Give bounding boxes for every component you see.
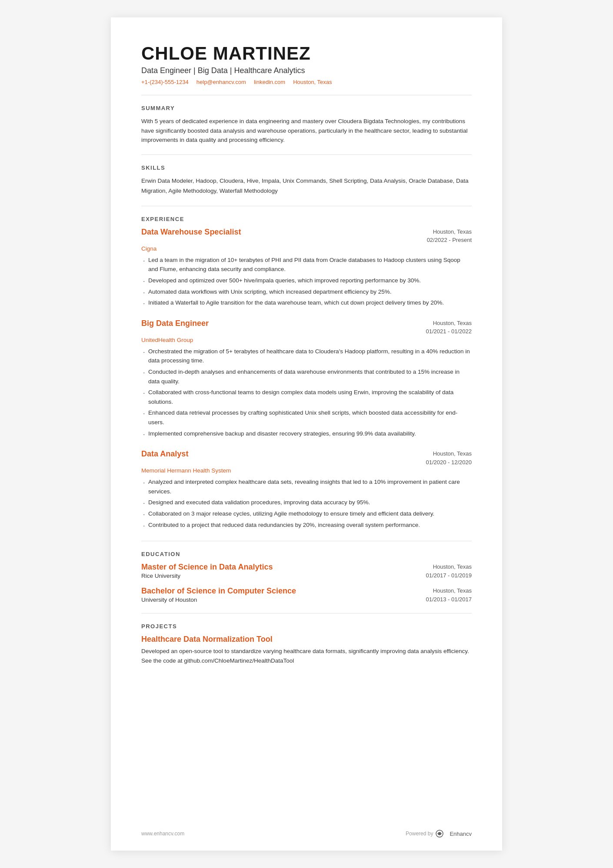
- bullet: Collaborated on 3 major release cycles, …: [141, 509, 472, 519]
- degree-1-name: Master of Science in Data Analytics: [141, 563, 273, 572]
- degree-2-school: University of Houston: [141, 597, 296, 603]
- job-1-header: Data Warehouse Specialist Houston, Texas…: [141, 228, 472, 245]
- summary-text: With 5 years of dedicated experience in …: [141, 117, 472, 145]
- experience-divider: [141, 541, 472, 541]
- email-link[interactable]: help@enhancv.com: [197, 79, 246, 85]
- experience-title: EXPERIENCE: [141, 216, 472, 222]
- job-3-title: Data Analyst: [141, 449, 188, 459]
- candidate-title: Data Engineer | Big Data | Healthcare An…: [141, 66, 472, 75]
- bullet: Contributed to a project that reduced da…: [141, 520, 472, 530]
- bullet: Initiated a Waterfall to Agile transitio…: [141, 298, 472, 308]
- summary-title: SUMMARY: [141, 105, 472, 111]
- powered-by-label: Powered by: [406, 831, 433, 837]
- svg-point-1: [439, 833, 441, 835]
- job-3-bullets: Analyzed and interpreted complex healthc…: [141, 477, 472, 530]
- bullet: Enhanced data retrieval processes by cra…: [141, 408, 472, 427]
- job-1-bullets: Led a team in the migration of 10+ terab…: [141, 255, 472, 308]
- bullet: Analyzed and interpreted complex healthc…: [141, 477, 472, 496]
- contact-info: +1-(234)-555-1234 help@enhancv.com linke…: [141, 79, 472, 85]
- bullet: Led a team in the migration of 10+ terab…: [141, 255, 472, 274]
- job-2: Big Data Engineer Houston, Texas 01/2021…: [141, 319, 472, 438]
- bullet: Implemented comprehensive backup and dis…: [141, 429, 472, 439]
- degree-1: Master of Science in Data Analytics Rice…: [141, 563, 472, 580]
- projects-section: PROJECTS Healthcare Data Normalization T…: [141, 623, 472, 665]
- bullet: Collaborated with cross-functional teams…: [141, 388, 472, 406]
- job-2-location-date: Houston, Texas 01/2021 - 01/2022: [426, 319, 472, 336]
- brand-name: Enhancv: [450, 831, 472, 837]
- skills-title: SKILLS: [141, 164, 472, 171]
- degree-2-name: Bachelor of Science in Computer Science: [141, 586, 296, 596]
- job-1-title: Data Warehouse Specialist: [141, 228, 241, 237]
- footer-website: www.enhancv.com: [141, 831, 184, 837]
- degree-2-location-date: Houston, Texas 01/2013 - 01/2017: [426, 586, 472, 603]
- degree-2-left: Bachelor of Science in Computer Science …: [141, 586, 296, 603]
- skills-divider: [141, 206, 472, 206]
- job-2-bullets: Orchestrated the migration of 5+ terabyt…: [141, 347, 472, 438]
- education-title: EDUCATION: [141, 551, 472, 557]
- degree-1-location-date: Houston, Texas 01/2017 - 01/2019: [426, 563, 472, 580]
- job-2-title: Big Data Engineer: [141, 319, 209, 328]
- header-divider: [141, 95, 472, 95]
- summary-divider: [141, 154, 472, 155]
- job-1-company: Cigna: [141, 245, 472, 252]
- summary-section: SUMMARY With 5 years of dedicated experi…: [141, 105, 472, 145]
- education-divider: [141, 613, 472, 613]
- degree-1-header: Master of Science in Data Analytics Rice…: [141, 563, 472, 580]
- project-1-desc: Developed an open-source tool to standar…: [141, 647, 472, 665]
- experience-section: EXPERIENCE Data Warehouse Specialist Hou…: [141, 216, 472, 530]
- job-2-company: UnitedHealth Group: [141, 337, 472, 343]
- linkedin-link[interactable]: linkedin.com: [254, 79, 285, 85]
- education-section: EDUCATION Master of Science in Data Anal…: [141, 551, 472, 603]
- job-2-header: Big Data Engineer Houston, Texas 01/2021…: [141, 319, 472, 336]
- degree-2-header: Bachelor of Science in Computer Science …: [141, 586, 472, 603]
- location: Houston, Texas: [293, 79, 332, 85]
- enhancv-icon: [436, 830, 448, 838]
- phone: +1-(234)-555-1234: [141, 79, 189, 85]
- header: CHLOE MARTINEZ Data Engineer | Big Data …: [141, 44, 472, 85]
- degree-1-left: Master of Science in Data Analytics Rice…: [141, 563, 273, 579]
- job-1-location-date: Houston, Texas 02/2022 - Present: [427, 228, 472, 245]
- candidate-name: CHLOE MARTINEZ: [141, 44, 472, 64]
- job-1: Data Warehouse Specialist Houston, Texas…: [141, 228, 472, 308]
- bullet: Automated data workflows with Unix scrip…: [141, 287, 472, 297]
- bullet: Orchestrated the migration of 5+ terabyt…: [141, 347, 472, 365]
- job-3: Data Analyst Houston, Texas 01/2020 - 12…: [141, 449, 472, 530]
- degree-1-school: Rice University: [141, 573, 273, 579]
- job-3-location-date: Houston, Texas 01/2020 - 12/2020: [426, 449, 472, 466]
- degree-2: Bachelor of Science in Computer Science …: [141, 586, 472, 603]
- job-3-company: Memorial Hermann Health System: [141, 467, 472, 474]
- footer-powered: Powered by Enhancv: [406, 830, 472, 838]
- projects-title: PROJECTS: [141, 623, 472, 630]
- project-1: Healthcare Data Normalization Tool Devel…: [141, 635, 472, 665]
- bullet: Conducted in-depth analyses and enhancem…: [141, 367, 472, 386]
- job-3-header: Data Analyst Houston, Texas 01/2020 - 12…: [141, 449, 472, 466]
- bullet: Designed and executed data validation pr…: [141, 498, 472, 507]
- bullet: Developed and optimized over 500+ hive/i…: [141, 276, 472, 285]
- resume-page: CHLOE MARTINEZ Data Engineer | Big Data …: [111, 17, 502, 851]
- skills-text: Erwin Data Modeler, Hadoop, Cloudera, Hi…: [141, 176, 472, 196]
- footer: www.enhancv.com Powered by Enhancv: [141, 830, 472, 838]
- project-1-title: Healthcare Data Normalization Tool: [141, 635, 472, 644]
- skills-section: SKILLS Erwin Data Modeler, Hadoop, Cloud…: [141, 164, 472, 196]
- enhancv-logo: Enhancv: [436, 830, 472, 838]
